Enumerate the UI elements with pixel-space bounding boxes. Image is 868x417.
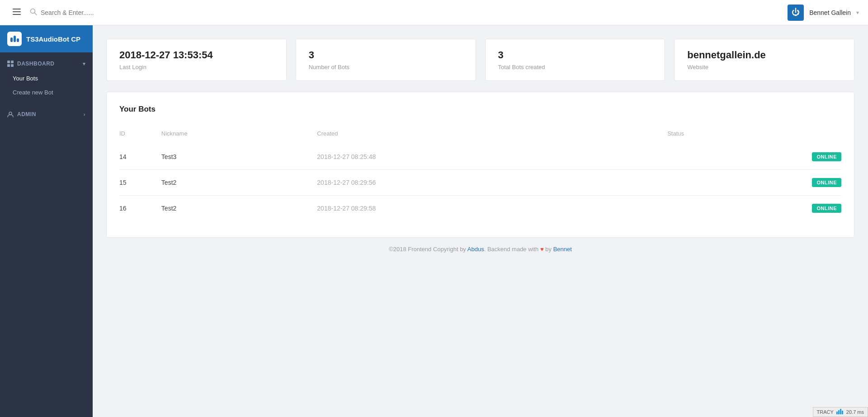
svg-rect-1 xyxy=(13,11,21,12)
dashboard-chevron: ▾ xyxy=(83,61,86,67)
number-of-bots-value: 3 xyxy=(309,49,463,61)
svg-rect-7 xyxy=(7,64,10,67)
user-name: Bennet Gallein xyxy=(809,9,851,16)
bots-table-header: ID Nickname Created Status xyxy=(119,127,841,144)
cell-id: 15 xyxy=(119,170,161,196)
svg-rect-6 xyxy=(11,61,14,63)
admin-section-header[interactable]: ADMIN › xyxy=(0,107,93,122)
cell-created: 2018-12-27 08:29:58 xyxy=(317,196,667,221)
hamburger-button[interactable] xyxy=(9,6,24,19)
stat-card-total-bots-created: 3 Total Bots created xyxy=(485,39,665,81)
cell-id: 14 xyxy=(119,144,161,170)
cell-nickname: Test2 xyxy=(161,196,317,221)
cell-nickname: Test3 xyxy=(161,144,317,170)
cell-status: ONLINE xyxy=(667,144,841,170)
tracy-label: TRACY xyxy=(817,409,834,415)
page-footer: ©2018 Frontend Copyright by Abdus. Backe… xyxy=(106,238,854,261)
main-layout: TS3AudioBot CP DASHBOARD ▾ Yo xyxy=(0,25,868,417)
top-bar-right: ⏻ Bennet Gallein ▾ xyxy=(788,5,859,21)
website-label: Website xyxy=(687,64,841,70)
status-badge: ONLINE xyxy=(812,178,841,187)
stat-card-website: bennetgallein.de Website xyxy=(674,39,854,81)
table-row: 16 Test2 2018-12-27 08:29:58 ONLINE xyxy=(119,196,841,221)
svg-rect-11 xyxy=(838,410,840,414)
dashboard-label: DASHBOARD xyxy=(17,61,55,67)
table-row: 14 Test3 2018-12-27 08:25:48 ONLINE xyxy=(119,144,841,170)
stat-card-number-of-bots: 3 Number of Bots xyxy=(296,39,476,81)
footer-prefix: ©2018 Frontend Copyright by xyxy=(389,246,467,253)
nav-section-admin: ADMIN › xyxy=(0,103,93,126)
svg-rect-12 xyxy=(840,409,841,414)
top-bar: ⏻ Bennet Gallein ▾ xyxy=(0,0,868,25)
col-header-id: ID xyxy=(119,127,161,144)
svg-rect-5 xyxy=(7,61,10,63)
tracy-bars-icon xyxy=(836,409,844,415)
svg-rect-10 xyxy=(836,412,838,414)
footer-by: by xyxy=(544,246,553,253)
tracy-time: 20.7 ms xyxy=(846,409,864,415)
footer-mid: . Backend made with xyxy=(484,246,540,253)
sidebar-brand: TS3AudioBot CP xyxy=(0,25,93,52)
status-badge: ONLINE xyxy=(812,152,841,161)
status-badge: ONLINE xyxy=(812,204,841,213)
bots-section: Your Bots ID Nickname Created Status 14 … xyxy=(106,92,854,238)
search-icon xyxy=(30,8,37,17)
total-bots-created-value: 3 xyxy=(498,49,652,61)
cell-nickname: Test2 xyxy=(161,170,317,196)
svg-rect-8 xyxy=(11,64,14,67)
cell-status: ONLINE xyxy=(667,170,841,196)
dashboard-section-header[interactable]: DASHBOARD ▾ xyxy=(0,56,93,71)
search-area xyxy=(30,8,788,17)
footer-backend-author[interactable]: Bennet xyxy=(553,246,572,253)
main-content: 2018-12-27 13:53:54 Last Login 3 Number … xyxy=(93,25,868,417)
search-input[interactable] xyxy=(41,9,176,16)
total-bots-created-label: Total Bots created xyxy=(498,64,652,70)
power-button[interactable]: ⏻ xyxy=(788,5,804,21)
stats-row: 2018-12-27 13:53:54 Last Login 3 Number … xyxy=(106,39,854,81)
brand-icon xyxy=(7,32,22,46)
cell-created: 2018-12-27 08:29:56 xyxy=(317,170,667,196)
col-header-nickname: Nickname xyxy=(161,127,317,144)
website-value: bennetgallein.de xyxy=(687,49,841,61)
col-header-created: Created xyxy=(317,127,667,144)
svg-line-4 xyxy=(35,13,37,15)
bots-section-title: Your Bots xyxy=(119,105,841,114)
table-row: 15 Test2 2018-12-27 08:29:56 ONLINE xyxy=(119,170,841,196)
cell-id: 16 xyxy=(119,196,161,221)
col-header-status: Status xyxy=(667,127,841,144)
bots-table: ID Nickname Created Status 14 Test3 2018… xyxy=(119,127,841,221)
last-login-value: 2018-12-27 13:53:54 xyxy=(119,49,274,61)
last-login-label: Last Login xyxy=(119,64,274,70)
admin-chevron: › xyxy=(84,112,85,117)
cell-created: 2018-12-27 08:25:48 xyxy=(317,144,667,170)
nav-section-dashboard: DASHBOARD ▾ Your Bots Create new Bot xyxy=(0,52,93,103)
stat-card-last-login: 2018-12-27 13:53:54 Last Login xyxy=(106,39,287,81)
cell-status: ONLINE xyxy=(667,196,841,221)
svg-rect-2 xyxy=(13,14,21,15)
user-dropdown-arrow[interactable]: ▾ xyxy=(856,9,859,16)
admin-label: ADMIN xyxy=(17,111,36,117)
sidebar-item-your-bots[interactable]: Your Bots xyxy=(0,71,93,85)
sidebar-item-create-new-bot[interactable]: Create new Bot xyxy=(0,85,93,99)
number-of-bots-label: Number of Bots xyxy=(309,64,463,70)
brand-name: TS3AudioBot CP xyxy=(26,35,80,43)
footer-frontend-author[interactable]: Abdus xyxy=(467,246,484,253)
tracy-bar: TRACY 20.7 ms xyxy=(813,407,868,417)
svg-point-9 xyxy=(9,112,12,115)
sidebar: TS3AudioBot CP DASHBOARD ▾ Yo xyxy=(0,25,93,417)
svg-rect-13 xyxy=(842,411,843,414)
svg-rect-0 xyxy=(13,9,21,9)
heart-icon: ♥ xyxy=(540,246,544,253)
